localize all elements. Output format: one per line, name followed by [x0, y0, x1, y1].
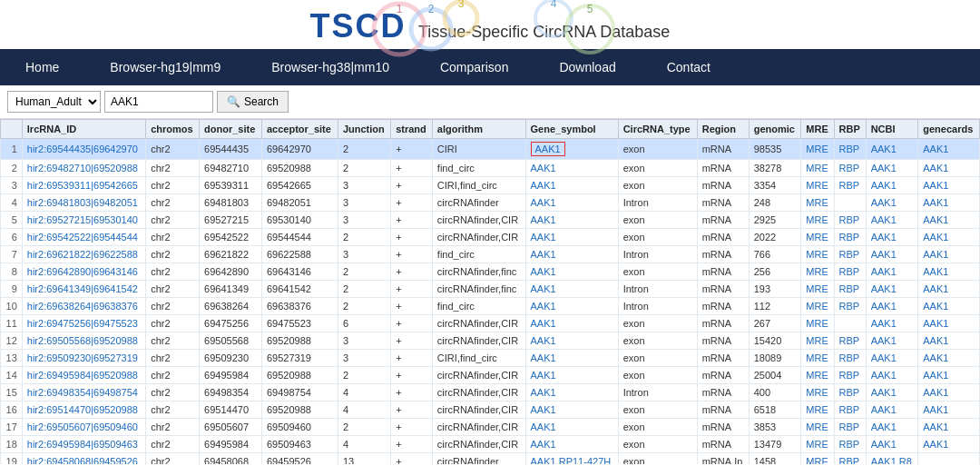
table-cell[interactable]: chr2	[146, 177, 200, 194]
table-cell[interactable]: RBP	[834, 160, 866, 177]
table-cell[interactable]: RBP	[834, 350, 866, 367]
table-cell[interactable]: AAK1	[918, 212, 980, 229]
table-link[interactable]: MRE	[806, 197, 828, 208]
table-cell[interactable]: AAK1	[525, 263, 618, 281]
table-cell[interactable]: exon	[618, 315, 697, 332]
table-cell[interactable]: chr2	[146, 402, 200, 419]
lrcrna-id-link[interactable]: hir2:69539311|69542665	[27, 180, 138, 191]
table-link[interactable]: RBP	[839, 370, 860, 381]
table-cell[interactable]: 69520988	[261, 402, 338, 419]
table-cell[interactable]: AAK1	[525, 281, 618, 298]
table-cell[interactable]: +	[391, 139, 433, 160]
table-link[interactable]: AAK1	[923, 421, 948, 432]
table-cell[interactable]: 2	[338, 139, 390, 160]
table-cell[interactable]: exon	[618, 160, 697, 177]
search-button[interactable]: 🔍 Search	[217, 91, 289, 113]
table-cell[interactable]: AAK1	[918, 139, 980, 160]
table-cell[interactable]: +	[391, 315, 433, 332]
table-cell[interactable]: AAK1	[866, 332, 918, 350]
table-cell[interactable]: AAK1	[918, 332, 980, 350]
table-link[interactable]: AAK1	[871, 197, 897, 208]
gene-symbol-link[interactable]: AAK1	[531, 301, 556, 312]
lrcrna-id-link[interactable]: hir2:69509230|69527319	[27, 352, 138, 363]
table-cell[interactable]: AAK1	[525, 332, 618, 350]
table-link[interactable]: MRE	[806, 163, 828, 174]
table-cell[interactable]: mRNA	[697, 315, 749, 332]
table-link[interactable]: AAK1	[871, 249, 897, 260]
table-cell[interactable]: +	[391, 332, 433, 350]
table-cell[interactable]: 69475523	[261, 315, 338, 332]
table-cell[interactable]: circRNAfinder	[432, 194, 525, 212]
table-link[interactable]: MRE	[806, 266, 828, 277]
table-cell[interactable]: 69520988	[261, 367, 338, 384]
table-cell[interactable]: AAK1	[525, 315, 618, 332]
table-cell[interactable]: hir2:69638264|69638376	[22, 298, 145, 315]
table-link[interactable]: AAK1	[923, 352, 948, 363]
table-cell[interactable]: 69481803	[200, 194, 262, 212]
table-cell[interactable]: AAK1	[866, 315, 918, 332]
table-cell[interactable]: RBP	[834, 419, 866, 436]
table-cell[interactable]: 69482710	[200, 160, 262, 177]
table-cell[interactable]: 69643146	[261, 263, 338, 281]
table-link[interactable]: RBP	[839, 335, 860, 346]
table-cell[interactable]: chr2	[146, 281, 200, 298]
table-cell[interactable]: AAK1,RP11-427H	[525, 453, 618, 465]
table-cell[interactable]: RBP	[834, 298, 866, 315]
table-cell[interactable]: 2	[338, 263, 390, 281]
table-cell[interactable]: AAK1	[525, 384, 618, 402]
table-cell[interactable]: 13479	[749, 436, 801, 453]
table-cell[interactable]: 69498354	[200, 384, 262, 402]
table-link[interactable]: RBP	[839, 283, 860, 294]
table-cell[interactable]: exon	[618, 332, 697, 350]
table-cell[interactable]: hir2:69621822|69622588	[22, 246, 145, 263]
table-cell[interactable]: 69642890	[200, 263, 262, 281]
table-cell[interactable]: 69527215	[200, 212, 262, 229]
table-cell[interactable]: chr2	[146, 384, 200, 402]
table-cell[interactable]: mRNA	[697, 350, 749, 367]
table-link[interactable]: RBP	[839, 180, 860, 191]
gene-symbol-link[interactable]: AAK1	[531, 232, 556, 243]
table-cell[interactable]: 6518	[749, 402, 801, 419]
table-link[interactable]: MRE	[806, 232, 828, 243]
table-cell[interactable]: 4	[338, 384, 390, 402]
table-cell[interactable]: 2	[338, 229, 390, 246]
table-link[interactable]: AAK1	[871, 301, 897, 312]
table-link[interactable]: AAK1	[871, 421, 897, 432]
table-cell[interactable]: AAK1	[525, 298, 618, 315]
table-cell[interactable]: 69542522	[200, 229, 262, 246]
table-cell[interactable]: AAK1	[918, 246, 980, 263]
table-cell[interactable]: MRE	[801, 315, 834, 332]
table-cell[interactable]: 15420	[749, 332, 801, 350]
lrcrna-id-link[interactable]: hir2:69482710|69520988	[27, 163, 138, 174]
nav-browser-hg19[interactable]: Browser-hg19|mm9	[84, 49, 246, 85]
table-link[interactable]: AAK1	[871, 439, 897, 450]
table-cell[interactable]: mRNA	[697, 177, 749, 194]
table-cell[interactable]: 2	[338, 298, 390, 315]
table-cell[interactable]: AAK1	[866, 281, 918, 298]
table-cell[interactable]: 38278	[749, 160, 801, 177]
table-cell[interactable]: 69544544	[261, 229, 338, 246]
table-link[interactable]: RBP	[839, 266, 860, 277]
table-cell[interactable]: 267	[749, 315, 801, 332]
nav-home[interactable]: Home	[0, 49, 84, 85]
table-link[interactable]: AAK1	[923, 180, 948, 191]
table-cell[interactable]: AAK1	[866, 384, 918, 402]
lrcrna-id-link[interactable]: hir2:69475256|69475523	[27, 318, 138, 329]
table-cell[interactable]: AAK1	[918, 315, 980, 332]
table-link[interactable]: AAK1	[923, 214, 948, 225]
gene-symbol-link[interactable]: AAK1	[531, 266, 556, 277]
lrcrna-id-link[interactable]: hir2:69498354|69498754	[27, 387, 138, 398]
table-cell[interactable]: 69509230	[200, 350, 262, 367]
table-link[interactable]: MRE	[806, 180, 828, 191]
table-cell[interactable]: AAK1	[918, 263, 980, 281]
table-cell[interactable]: AAK1	[918, 194, 980, 212]
table-link[interactable]: MRE	[806, 214, 828, 225]
table-cell[interactable]: exon	[618, 263, 697, 281]
table-cell[interactable]: RBP	[834, 332, 866, 350]
lrcrna-id-link[interactable]: hir2:69495984|69520988	[27, 370, 138, 381]
table-cell[interactable]: mRNA	[697, 229, 749, 246]
table-cell[interactable]: hir2:69544435|69642970	[22, 139, 145, 160]
table-cell[interactable]: 2	[338, 419, 390, 436]
table-cell[interactable]: 3354	[749, 177, 801, 194]
table-cell[interactable]: 69509460	[261, 419, 338, 436]
